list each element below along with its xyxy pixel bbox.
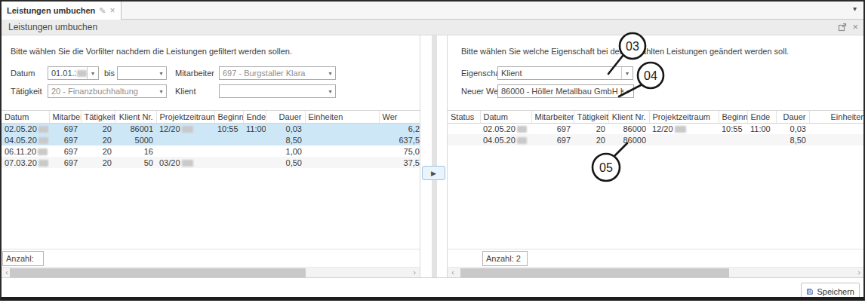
cell-einheiten — [305, 157, 379, 168]
tab-bar: Leistungen umbuchen ✎ × ▾ — [2, 2, 863, 20]
cell-ende — [243, 145, 266, 157]
table-header-row: Datum Mitarbei... Tätigkeit... Klient Nr… — [2, 111, 420, 123]
datum-bis-dropdown[interactable]: ▾ — [117, 66, 167, 80]
cell-beginn: 10:55 — [214, 123, 243, 134]
cell-dauer: 0,03 — [776, 123, 809, 134]
table-footer-divider — [448, 249, 864, 249]
horizontal-scrollbar[interactable]: ‹ › — [2, 267, 420, 277]
col-einheiten[interactable]: Einheiten — [305, 111, 379, 123]
horizontal-scrollbar[interactable]: ‹ › — [448, 267, 864, 277]
neuer-wert-dropdown[interactable]: 86000 - Höller Metallbau GmbH Kl ▾ — [497, 84, 634, 98]
cell-mitarbeiter: 697 — [49, 123, 81, 134]
right-instruction: Bitte wählen Sie welche Eigenschaft bei … — [461, 47, 789, 56]
datum-von-dropdown[interactable]: 01.01.20 ▾ — [48, 66, 99, 80]
eigenschaft-dropdown[interactable]: Klient ▾ — [497, 66, 633, 80]
mitarbeiter-label: Mitarbeiter — [175, 66, 214, 80]
col-taetigkeit[interactable]: Tätigkeit... — [574, 111, 608, 123]
redacted-text — [675, 126, 686, 133]
cell-einheiten — [305, 134, 379, 145]
right-panel: Bitte wählen Sie welche Eigenschaft bei … — [447, 35, 865, 277]
scrollbar-thumb[interactable] — [10, 268, 306, 277]
col-mitarbeiter[interactable]: Mitarbeiter... — [531, 111, 574, 123]
col-projektzeitraum[interactable]: Projektzeitraum — [156, 111, 214, 123]
col-klient-nr[interactable]: Klient Nr. — [608, 111, 649, 123]
cell-wert: 75,0 — [379, 145, 420, 157]
page-title: Leistungen umbuchen — [8, 22, 97, 32]
cell-ende: 11:00 — [243, 123, 266, 134]
col-beginn[interactable]: Beginn — [719, 111, 747, 123]
table-row[interactable]: 06.11.20 697 20 16 1,00 75,0 — [2, 145, 420, 157]
col-taetigkeit[interactable]: Tätigkeit... — [81, 111, 115, 123]
scroll-right-icon[interactable]: › — [854, 268, 863, 277]
cell-mitarbeiter: 697 — [531, 123, 574, 134]
col-klient-nr[interactable]: Klient Nr. — [115, 111, 156, 123]
mitarbeiter-dropdown[interactable]: 697 - Burgstaller Klara ▾ — [219, 66, 336, 80]
redacted-text — [77, 70, 87, 77]
redacted-text — [182, 160, 193, 167]
cell-klient-nr: 16 — [115, 145, 156, 157]
cell-dauer: 1,00 — [266, 145, 305, 157]
cell-einheiten — [305, 145, 379, 157]
transfer-selected-button[interactable]: ▶ — [422, 166, 445, 180]
cell-dauer: 0,03 — [266, 123, 305, 134]
tab-title: Leistungen umbuchen — [7, 6, 95, 15]
cell-ende: 11:00 — [747, 123, 776, 134]
redacted-text — [38, 148, 48, 155]
cell-taetigkeit: 20 — [81, 157, 115, 168]
taetigkeit-dropdown[interactable]: 20 - Finanzbuchhaltung ▾ — [48, 84, 167, 98]
scroll-left-icon[interactable]: ‹ — [448, 268, 457, 277]
taetigkeit-label: Tätigkeit — [11, 84, 42, 98]
save-button[interactable]: Speichern — [801, 283, 860, 301]
table-row[interactable]: 04.05.20 697 20 5000 8,50 637,5 — [2, 134, 420, 145]
tab-leistungen-umbuchen[interactable]: Leistungen umbuchen ✎ × — [2, 2, 122, 20]
col-ende[interactable]: Ende — [747, 111, 776, 123]
redacted-text — [517, 126, 527, 133]
col-ende[interactable]: Ende — [243, 111, 266, 123]
cell-status — [448, 123, 480, 134]
scroll-right-icon[interactable]: › — [410, 268, 419, 277]
col-beginn[interactable]: Beginn — [214, 111, 243, 123]
close-icon[interactable]: × — [852, 22, 858, 32]
cell-datum: 02.05.20 — [2, 123, 49, 134]
cell-ende — [243, 157, 266, 168]
left-instruction: Bitte wählen Sie die Vorfilter nachdem d… — [11, 47, 292, 56]
table-row[interactable]: 02.05.20 697 20 86000 12/20 10:55 11:00 … — [448, 123, 864, 134]
panel-splitter[interactable] — [432, 35, 437, 277]
cell-wert: 37,5 — [379, 157, 420, 168]
chevron-down-icon: ▾ — [325, 70, 335, 77]
col-status[interactable]: Status — [448, 111, 480, 123]
popout-icon[interactable] — [838, 23, 847, 32]
cell-taetigkeit: 20 — [574, 123, 608, 134]
col-dauer[interactable]: Dauer — [266, 111, 305, 123]
cell-projektzeitraum — [156, 134, 214, 145]
scrollbar-thumb[interactable] — [460, 268, 729, 277]
cell-wert: 6,2 — [379, 123, 420, 134]
col-projektzeitraum[interactable]: Projektzeitraum — [649, 111, 719, 123]
col-datum[interactable]: Datum — [2, 111, 49, 123]
cell-projektzeitraum — [649, 134, 719, 145]
table-header-row: Status Datum Mitarbeiter... Tätigkeit...… — [448, 111, 864, 123]
table-row[interactable]: 04.05.20 697 20 86000 8,50 — [448, 134, 864, 145]
cell-projektzeitraum: 12/20 — [649, 123, 719, 134]
col-wert[interactable]: Wer — [379, 111, 420, 123]
tab-close-icon[interactable]: × — [110, 5, 115, 16]
cell-projektzeitraum: 12/20 — [156, 123, 214, 134]
title-bar: Leistungen umbuchen × — [2, 20, 863, 35]
save-button-label: Speichern — [817, 287, 854, 296]
cell-einheiten — [305, 123, 379, 134]
cell-dauer: 0,50 — [266, 157, 305, 168]
cell-ende — [243, 134, 266, 145]
table-row[interactable]: 07.03.20 697 20 50 03/20 0,50 37,5 — [2, 157, 420, 168]
cell-mitarbeiter: 697 — [49, 145, 81, 157]
redacted-text — [38, 126, 48, 133]
col-einheiten[interactable]: Einheiten — [809, 111, 864, 123]
cell-mitarbeiter: 697 — [49, 157, 81, 168]
klient-label: Klient — [175, 84, 196, 98]
col-dauer[interactable]: Dauer — [776, 111, 809, 123]
col-datum[interactable]: Datum — [480, 111, 531, 123]
table-row[interactable]: 02.05.20 697 20 86001 12/20 10:55 11:00 … — [2, 123, 420, 134]
klient-dropdown[interactable]: ▾ — [219, 84, 336, 98]
tab-list-chevron-down-icon[interactable]: ▾ — [853, 5, 857, 13]
app-window: Leistungen umbuchen ✎ × ▾ Leistungen umb… — [0, 0, 865, 301]
col-mitarbeiter[interactable]: Mitarbei... — [49, 111, 81, 123]
